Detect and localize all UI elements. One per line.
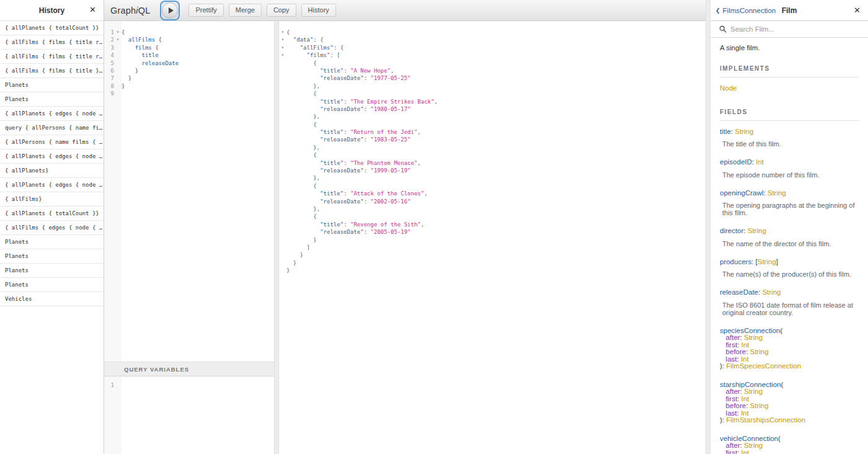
doc-field-signature[interactable]: producers: [String] [720, 259, 859, 266]
response-line: { [279, 213, 706, 220]
field-name-link[interactable]: episodeID [720, 158, 752, 166]
field-name-link[interactable]: starshipConnection [720, 381, 781, 388]
fold-gutter [114, 44, 122, 51]
field-name-link[interactable]: vehicleConnection [720, 435, 778, 442]
type-link[interactable]: Int [741, 409, 749, 417]
history-item[interactable]: { allPlanets { totalCount }} [0, 207, 104, 221]
type-link[interactable]: Int [742, 395, 750, 403]
history-item[interactable]: { allPlanets { edges { node … [0, 178, 104, 192]
query-editor[interactable]: 1▾{2▾ allFilms {3 films {4 title5 releas… [104, 21, 274, 362]
field-name-link[interactable]: releaseDate [720, 288, 758, 296]
doc-field-signature[interactable]: vehicleConnection( after: String first: … [720, 435, 859, 454]
field-name-link[interactable]: openingCrawl [720, 189, 763, 197]
type-link[interactable]: String [762, 288, 781, 296]
fold-toggle-icon[interactable]: ▾ [114, 29, 122, 36]
history-item[interactable]: { allFilms { edges { node { … [0, 221, 104, 235]
response-line: ▾ "allFilms": { [279, 44, 706, 51]
fold-gutter [279, 67, 286, 74]
type-link[interactable]: String [750, 348, 769, 355]
history-close-icon[interactable]: ✕ [89, 6, 96, 14]
history-item[interactable]: { allFilms { films { title }… [0, 64, 104, 78]
history-item[interactable]: Planets [0, 235, 104, 249]
field-name-link[interactable]: speciesConnection [720, 327, 780, 334]
doc-field-signature[interactable]: starshipConnection( after: String first:… [720, 381, 859, 424]
code-text: allFilms { [122, 36, 162, 43]
history-item[interactable]: { allFilms { films { title r… [0, 50, 104, 64]
field-name-link[interactable]: title [720, 128, 731, 135]
doc-explorer-resize-handle[interactable] [706, 0, 711, 454]
type-link[interactable]: FilmSpeciesConnection [726, 362, 801, 370]
history-item[interactable]: Vehicles [0, 292, 104, 306]
history-item[interactable]: Planets [0, 278, 104, 292]
toolbar-button-merge[interactable]: Merge [229, 4, 262, 17]
response-text: } [286, 267, 290, 274]
signature-line: episodeID: Int [720, 159, 859, 166]
history-item[interactable]: Planets [0, 264, 104, 278]
type-link[interactable]: Int [756, 158, 764, 166]
fold-toggle-icon[interactable]: ▾ [279, 36, 286, 43]
punctuation: , [391, 68, 394, 74]
history-item[interactable]: { allPlanets { edges { node … [0, 107, 104, 121]
doc-back-link[interactable]: ❮ FilmsConnection [715, 7, 776, 14]
doc-close-icon[interactable]: ✕ [854, 6, 861, 14]
type-link[interactable]: Node [720, 84, 737, 92]
type-link[interactable]: String [768, 189, 786, 197]
response-text: "releaseDate": "1977-05-25" [286, 74, 411, 82]
fold-toggle-icon[interactable]: ▾ [279, 51, 286, 59]
type-link[interactable]: String [744, 442, 763, 449]
punctuation: }, [286, 145, 320, 151]
toolbar-button-copy[interactable]: Copy [267, 4, 296, 17]
history-item[interactable]: { allPersons { name films { … [0, 135, 104, 149]
history-item[interactable]: Planets [0, 249, 104, 264]
history-item[interactable]: { allPlanets { edges { node … [0, 149, 104, 164]
history-item[interactable]: { allPlanets { totalCount }} [0, 21, 104, 35]
punctuation: : { [334, 45, 343, 51]
fold-toggle-icon[interactable]: ▾ [279, 44, 286, 51]
punctuation: } [286, 267, 290, 274]
doc-field-signature[interactable]: director: String [720, 228, 859, 235]
fold-toggle-icon[interactable]: ▾ [114, 36, 122, 43]
response-text: }, [286, 174, 320, 182]
doc-search-input[interactable] [730, 25, 842, 33]
type-link[interactable]: String [748, 227, 766, 234]
variable-editor[interactable]: 1 [104, 376, 274, 454]
history-panel-title: History [39, 6, 64, 15]
editor-response-resize-handle[interactable] [274, 21, 279, 454]
code-line: 1▾{ [104, 29, 274, 36]
arg-name: before [726, 348, 746, 355]
type-link[interactable]: Int [741, 355, 749, 363]
type-link[interactable]: String [758, 258, 776, 265]
type-link[interactable]: String [744, 388, 763, 395]
type-link[interactable]: String [735, 128, 753, 135]
doc-field-signature[interactable]: releaseDate: String [720, 289, 859, 296]
doc-field-signature[interactable]: title: String [720, 128, 859, 136]
history-item[interactable]: { allFilms} [0, 192, 104, 207]
doc-field-signature[interactable]: episodeID: Int [720, 159, 859, 166]
doc-explorer-body: A single film. IMPLEMENTSNodeFIELDStitle… [711, 38, 868, 454]
history-item[interactable]: { allPlanets} [0, 164, 104, 178]
toolbar-button-history[interactable]: History [301, 4, 336, 17]
type-link[interactable]: String [750, 402, 769, 409]
fold-toggle-icon[interactable]: ▾ [279, 29, 286, 36]
doc-field-signature[interactable]: openingCrawl: String [720, 190, 859, 197]
execute-query-button[interactable] [162, 2, 178, 19]
history-item[interactable]: Planets [0, 78, 104, 92]
type-link[interactable]: Int [742, 341, 750, 349]
json-string-value: "1983-05-25" [370, 136, 410, 143]
type-link[interactable]: FilmStarshipsConnection [726, 416, 805, 424]
type-link[interactable]: Int [742, 449, 750, 454]
toolbar-button-prettify[interactable]: Prettify [188, 4, 223, 17]
field-name-link[interactable]: producers [720, 258, 751, 265]
punctuation: : [364, 75, 371, 81]
doc-field-signature[interactable]: speciesConnection( after: String first: … [720, 327, 859, 370]
arg-name: first [726, 341, 738, 349]
query-variables-title: QUERY VARIABLES [124, 366, 189, 373]
query-variables-header[interactable]: QUERY VARIABLES [104, 362, 274, 376]
history-item[interactable]: Planets [0, 92, 104, 107]
history-item[interactable]: { allFilms { films { title r… [0, 35, 104, 50]
doc-field-signature[interactable]: Node [720, 85, 859, 92]
field-name-link[interactable]: director [720, 227, 743, 234]
history-item[interactable]: query { allPersons { name fi… [0, 121, 104, 135]
fold-gutter [114, 82, 122, 90]
type-link[interactable]: String [744, 334, 763, 341]
